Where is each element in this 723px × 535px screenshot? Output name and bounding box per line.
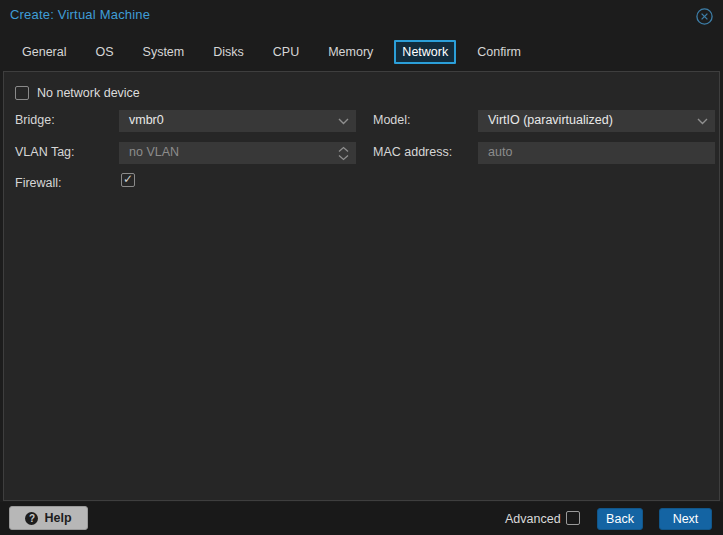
- mac-address-placeholder: auto: [488, 145, 512, 159]
- bridge-label: Bridge:: [15, 113, 55, 127]
- chevron-up-down-icon[interactable]: [336, 142, 350, 164]
- chevron-down-icon[interactable]: [695, 110, 709, 132]
- help-button-label: Help: [44, 511, 71, 525]
- bridge-value: vmbr0: [129, 113, 164, 127]
- no-network-device-checkbox[interactable]: [15, 86, 29, 100]
- tab-os[interactable]: OS: [87, 38, 121, 66]
- tab-system[interactable]: System: [135, 38, 193, 66]
- chevron-down-icon[interactable]: [336, 110, 350, 132]
- advanced-label: Advanced: [505, 512, 561, 526]
- firewall-label: Firewall:: [15, 176, 62, 190]
- tab-confirm[interactable]: Confirm: [469, 38, 529, 66]
- tab-cpu[interactable]: CPU: [265, 38, 307, 66]
- model-value: VirtIO (paravirtualized): [488, 113, 613, 127]
- wizard-tab-bar: General OS System Disks CPU Memory Netwo…: [14, 37, 529, 66]
- model-label: Model:: [373, 113, 411, 127]
- mac-address-input[interactable]: auto: [478, 142, 715, 164]
- close-icon[interactable]: [696, 8, 713, 25]
- bridge-combobox[interactable]: vmbr0: [119, 110, 356, 132]
- next-button[interactable]: Next: [659, 508, 712, 530]
- tab-general[interactable]: General: [14, 38, 74, 66]
- vlan-tag-value: no VLAN: [129, 145, 179, 159]
- tab-disks[interactable]: Disks: [205, 38, 252, 66]
- tab-network[interactable]: Network: [394, 40, 456, 64]
- mac-address-label: MAC address:: [373, 145, 452, 159]
- network-tab-panel: No network device Bridge: vmbr0 Model: V…: [3, 71, 720, 501]
- dialog-title: Create: Virtual Machine: [10, 7, 150, 22]
- tab-memory[interactable]: Memory: [320, 38, 381, 66]
- help-button[interactable]: Help: [9, 506, 88, 530]
- vlan-tag-spinner[interactable]: no VLAN: [119, 142, 356, 164]
- no-network-device-label: No network device: [37, 86, 140, 100]
- question-circle-icon: [25, 512, 38, 525]
- vlan-tag-label: VLAN Tag:: [15, 145, 75, 159]
- dialog-footer: Help Advanced Back Next: [0, 502, 723, 535]
- model-combobox[interactable]: VirtIO (paravirtualized): [478, 110, 715, 132]
- firewall-checkbox[interactable]: [121, 173, 135, 187]
- create-vm-dialog: Create: Virtual Machine General OS Syste…: [0, 0, 723, 535]
- back-button[interactable]: Back: [597, 508, 643, 530]
- advanced-checkbox[interactable]: [566, 511, 580, 525]
